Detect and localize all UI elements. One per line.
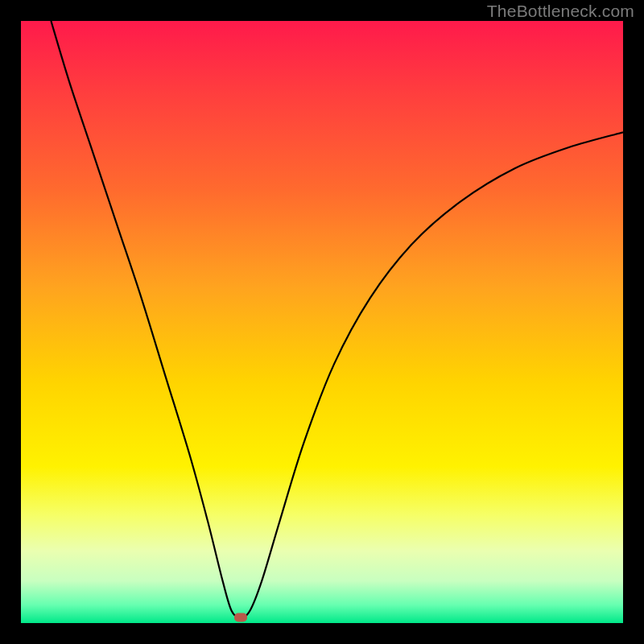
chart-svg: [21, 21, 623, 623]
watermark-text: TheBottleneck.com: [487, 2, 634, 21]
minimum-marker: [234, 613, 247, 622]
chart-frame: TheBottleneck.com: [0, 0, 644, 644]
chart-background: [21, 21, 623, 623]
plot-area: [21, 21, 623, 623]
